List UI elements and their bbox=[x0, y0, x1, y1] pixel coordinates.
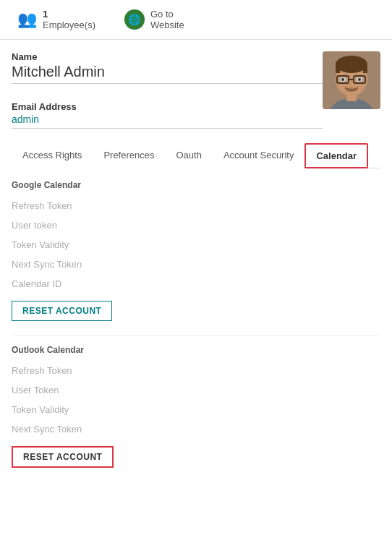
section-divider bbox=[12, 335, 380, 336]
name-label: Name bbox=[12, 51, 323, 62]
google-reset-account-button[interactable]: RESET ACCOUNT bbox=[12, 301, 112, 321]
svg-point-14 bbox=[346, 87, 357, 92]
outlook-next-sync-token-field: Next Sync Token bbox=[12, 419, 380, 439]
google-calendar-title: Google Calendar bbox=[12, 180, 380, 190]
outlook-reset-account-button[interactable]: RESET ACCOUNT bbox=[12, 446, 114, 468]
svg-rect-6 bbox=[363, 64, 367, 73]
avatar bbox=[323, 51, 380, 109]
tab-oauth[interactable]: Oauth bbox=[165, 143, 212, 168]
google-refresh-token-field: Refresh Token bbox=[12, 196, 380, 215]
email-label: Email Address bbox=[12, 101, 323, 112]
goto-website-link[interactable]: 🌐 Go to Website bbox=[119, 6, 190, 33]
tab-account-security[interactable]: Account Security bbox=[213, 143, 305, 168]
email-value: admin bbox=[12, 114, 323, 129]
tab-bar: Access Rights Preferences Oauth Account … bbox=[12, 143, 380, 168]
svg-point-13 bbox=[358, 78, 361, 81]
outlook-calendar-title: Outlook Calendar bbox=[12, 345, 380, 355]
google-next-sync-token-field: Next Sync Token bbox=[12, 255, 380, 274]
website-label: Website bbox=[150, 20, 184, 30]
main-content: Name Mitchell Admin Email Address admin bbox=[0, 40, 392, 479]
google-calendar-section: Google Calendar Refresh Token User token… bbox=[12, 180, 380, 333]
employees-icon: 👥 bbox=[17, 10, 37, 29]
outlook-token-validity-field: Token Validity bbox=[12, 400, 380, 419]
tab-preferences[interactable]: Preferences bbox=[93, 143, 165, 168]
svg-point-12 bbox=[341, 78, 344, 81]
employees-link[interactable]: 👥 1 Employee(s) bbox=[12, 6, 101, 33]
svg-point-4 bbox=[336, 56, 367, 73]
top-bar: 👥 1 Employee(s) 🌐 Go to Website bbox=[0, 0, 392, 40]
profile-section: Name Mitchell Admin Email Address admin bbox=[12, 51, 380, 129]
tab-access-rights[interactable]: Access Rights bbox=[12, 143, 93, 168]
google-calendar-id-field: Calendar ID bbox=[12, 274, 380, 294]
google-token-validity-field: Token Validity bbox=[12, 235, 380, 255]
employee-label: Employee(s) bbox=[43, 20, 95, 30]
svg-rect-5 bbox=[336, 64, 340, 73]
outlook-refresh-token-field: Refresh Token bbox=[12, 361, 380, 380]
goto-label: Go to bbox=[150, 9, 184, 20]
outlook-calendar-section: Outlook Calendar Refresh Token User Toke… bbox=[12, 345, 380, 468]
profile-info: Name Mitchell Admin Email Address admin bbox=[12, 51, 323, 129]
google-user-token-field: User token bbox=[12, 215, 380, 235]
outlook-user-token-field: User Token bbox=[12, 380, 380, 400]
globe-icon: 🌐 bbox=[124, 9, 145, 30]
name-value: Mitchell Admin bbox=[12, 64, 323, 84]
tab-calendar[interactable]: Calendar bbox=[304, 143, 368, 168]
employee-count: 1 bbox=[43, 9, 95, 20]
